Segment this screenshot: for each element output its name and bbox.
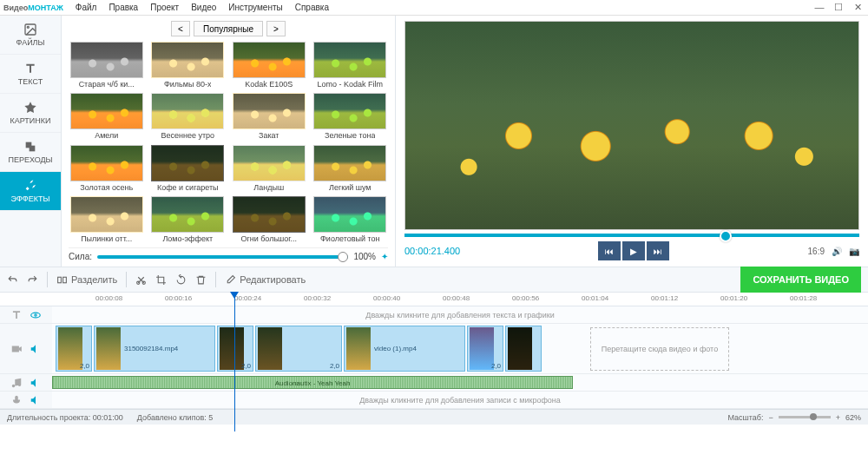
- effect-item[interactable]: Зеленые тона: [312, 93, 389, 141]
- track-head-video: [0, 343, 52, 355]
- effect-item[interactable]: Фиолетовый тон: [312, 196, 389, 244]
- category-prev-button[interactable]: <: [171, 21, 190, 36]
- menu-project[interactable]: Проект: [150, 3, 179, 12]
- track-head-mic: [0, 394, 52, 406]
- volume-icon[interactable]: 🔊: [832, 247, 842, 256]
- menu-tools[interactable]: Инструменты: [228, 3, 282, 12]
- track-body-text[interactable]: Дважды кликните для добавления текста и …: [52, 306, 868, 323]
- sidebar-label: ПЕРЕХОДЫ: [8, 155, 52, 164]
- category-nav: < Популярные >: [69, 21, 388, 36]
- track-hint: Дважды кликните для добавления текста и …: [52, 311, 868, 319]
- snapshot-icon[interactable]: 📷: [849, 247, 859, 256]
- volume-icon[interactable]: [30, 377, 42, 389]
- video-dropzone[interactable]: Перетащите сюда видео и фото: [590, 327, 729, 371]
- svg-point-1: [27, 26, 29, 28]
- video-clip[interactable]: [505, 326, 542, 372]
- track-body-video[interactable]: 2,0 3150092184.mp4 2,0 2,0 video (1).mp4…: [52, 324, 868, 373]
- menu-file[interactable]: Файл: [76, 3, 97, 12]
- close-button[interactable]: ✕: [851, 2, 865, 13]
- track-video: 2,0 3150092184.mp4 2,0 2,0 video (1).mp4…: [0, 324, 868, 374]
- effect-item[interactable]: Фильмы 80-х: [150, 42, 227, 89]
- menu-help[interactable]: Справка: [295, 3, 329, 12]
- crop-button[interactable]: [155, 274, 167, 286]
- sidebar-item-pictures[interactable]: КАРТИНКИ: [0, 94, 61, 133]
- visibility-icon[interactable]: [30, 309, 42, 321]
- zoom-slider[interactable]: [779, 416, 831, 418]
- sidebar-item-files[interactable]: ФАЙЛЫ: [0, 16, 61, 55]
- copy-icon: [23, 140, 37, 154]
- timeline-toolbar: Разделить Редактировать СОХРАНИТЬ ВИДЕО: [0, 267, 868, 293]
- prev-frame-button[interactable]: ⏮: [598, 241, 621, 260]
- sidebar-item-effects[interactable]: ЭФФЕКТЫ: [0, 172, 61, 211]
- category-next-button[interactable]: >: [266, 21, 286, 36]
- preview-viewport[interactable]: [404, 21, 859, 230]
- delete-button[interactable]: [195, 274, 207, 286]
- video-track-icon: [10, 343, 23, 355]
- wand-icon[interactable]: ✦: [381, 252, 388, 261]
- effect-item[interactable]: Амели: [69, 93, 145, 141]
- video-clip[interactable]: 2,0: [467, 326, 503, 372]
- zoom-out-button[interactable]: −: [768, 413, 773, 422]
- svg-point-8: [31, 313, 41, 318]
- track-mic: Дважды кликните для добавления записи с …: [0, 392, 868, 409]
- effect-item[interactable]: Легкий шум: [312, 145, 389, 193]
- zoom-in-button[interactable]: +: [836, 413, 840, 422]
- edit-button[interactable]: Редактировать: [225, 274, 306, 286]
- effect-item[interactable]: Старая ч/б ки...: [69, 42, 145, 89]
- menu-edit[interactable]: Правка: [108, 3, 138, 12]
- effect-item[interactable]: Закат: [231, 93, 307, 141]
- text-track-icon: [10, 309, 23, 321]
- text-icon: [23, 62, 37, 76]
- statusbar: Длительность проекта: 00:01:00 Добавлено…: [0, 409, 868, 425]
- effect-item[interactable]: Kodak E100S: [231, 42, 307, 89]
- effect-item[interactable]: Весеннее утро: [150, 93, 227, 141]
- zoom-value: 62%: [845, 413, 861, 422]
- effect-item[interactable]: Lomo - Kodak Film: [312, 42, 389, 89]
- volume-icon[interactable]: [30, 394, 42, 406]
- volume-icon[interactable]: [30, 343, 42, 355]
- effect-item[interactable]: Золотая осень: [69, 145, 145, 193]
- svg-point-9: [35, 313, 36, 315]
- cut-button[interactable]: [135, 274, 147, 286]
- next-frame-button[interactable]: ⏭: [647, 241, 669, 260]
- effect-item[interactable]: Ломо-эффект: [150, 196, 227, 244]
- effect-item[interactable]: Ландыш: [231, 145, 307, 193]
- track-text: Дважды кликните для добавления текста и …: [0, 306, 868, 324]
- svg-rect-3: [30, 146, 36, 152]
- effect-item[interactable]: Огни большог...: [231, 196, 307, 244]
- track-body-audio[interactable]: Audionautix - Yeah Yeah: [52, 374, 868, 391]
- split-button[interactable]: Разделить: [56, 274, 117, 286]
- effect-item[interactable]: Пылинки отт...: [69, 196, 145, 244]
- sidebar-item-transitions[interactable]: ПЕРЕХОДЫ: [0, 133, 61, 172]
- sidebar-item-text[interactable]: ТЕКСТ: [0, 55, 61, 94]
- preview-scrubber[interactable]: [404, 234, 859, 237]
- undo-button[interactable]: [7, 274, 18, 286]
- video-clip[interactable]: 2,0: [255, 326, 342, 372]
- effect-item[interactable]: Кофе и сигареты: [150, 145, 227, 193]
- track-head-audio: [0, 377, 52, 389]
- redo-button[interactable]: [27, 274, 38, 286]
- strength-slider[interactable]: [97, 255, 348, 259]
- rotate-button[interactable]: [175, 274, 187, 286]
- audio-clip[interactable]: Audionautix - Yeah Yeah: [52, 376, 573, 389]
- track-head-text: [0, 309, 52, 321]
- sidebar-label: ФАЙЛЫ: [16, 38, 45, 47]
- video-clip[interactable]: 2,0: [217, 326, 253, 372]
- strength-value: 100%: [353, 252, 376, 261]
- timecode: 00:00:21.400: [404, 246, 460, 256]
- menu-video[interactable]: Видео: [191, 3, 216, 12]
- save-video-button[interactable]: СОХРАНИТЬ ВИДЕО: [740, 267, 861, 293]
- category-select[interactable]: Популярные: [194, 21, 263, 36]
- playhead[interactable]: [234, 293, 235, 431]
- video-clip[interactable]: 3150092184.mp4: [94, 326, 215, 372]
- maximize-button[interactable]: ☐: [832, 2, 845, 13]
- video-clip[interactable]: video (1).mp4: [344, 326, 465, 372]
- timeline-ruler[interactable]: 00:00:08 00:00:16 00:00:24 00:00:32 00:0…: [0, 293, 868, 306]
- aspect-ratio[interactable]: 16:9: [808, 247, 825, 256]
- video-clip[interactable]: 2,0: [56, 326, 92, 372]
- window-controls: — ☐ ✕: [812, 2, 865, 13]
- minimize-button[interactable]: —: [812, 2, 826, 13]
- track-body-mic[interactable]: Дважды кликните для добавления записи с …: [52, 392, 868, 408]
- play-button[interactable]: ▶: [622, 241, 645, 260]
- svg-rect-4: [58, 277, 62, 283]
